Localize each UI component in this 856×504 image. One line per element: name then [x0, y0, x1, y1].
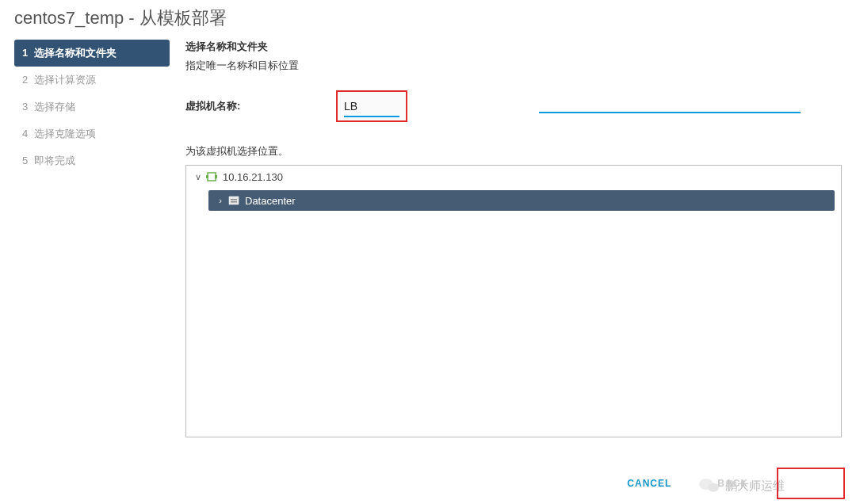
page-title: centos7_temp - 从模板部署: [0, 0, 856, 40]
step-1-name-folder[interactable]: 1 选择名称和文件夹: [14, 40, 170, 67]
step-number: 4: [22, 128, 28, 139]
back-button: BACK: [700, 470, 766, 497]
section-title: 选择名称和文件夹: [185, 40, 842, 54]
step-3-storage[interactable]: 3 选择存储: [14, 94, 170, 120]
datacenter-icon: [227, 194, 240, 207]
step-2-compute-resource[interactable]: 2 选择计算资源: [14, 67, 170, 94]
step-label: 选择计算资源: [34, 74, 96, 86]
svg-rect-2: [215, 175, 217, 178]
step-number: 3: [22, 101, 28, 113]
tree-item-label: Datacenter: [245, 195, 296, 207]
tree-root-host[interactable]: ∨ 10.16.21.130: [186, 166, 841, 188]
svg-rect-4: [231, 199, 237, 200]
input-underline: [539, 112, 801, 113]
cancel-button[interactable]: CANCEL: [610, 470, 689, 497]
step-label: 选择克隆选项: [34, 128, 96, 139]
svg-rect-1: [206, 175, 208, 178]
svg-rect-3: [229, 197, 239, 204]
location-tree[interactable]: ∨ 10.16.21.130 › Datacenter: [185, 165, 842, 437]
chevron-right-icon[interactable]: ›: [215, 196, 226, 205]
wizard-footer: CANCEL BACK NEXT: [610, 468, 845, 499]
next-highlight-box: NEXT: [777, 468, 845, 499]
step-4-clone-options[interactable]: 4 选择克隆选项: [14, 120, 170, 147]
vm-name-highlight-box: [336, 90, 407, 122]
section-subtitle: 指定唯一名称和目标位置: [185, 59, 842, 73]
step-label: 选择名称和文件夹: [34, 47, 117, 59]
vcenter-icon: [205, 170, 218, 183]
tree-item-datacenter[interactable]: › Datacenter: [208, 190, 835, 211]
wizard-sidebar: 1 选择名称和文件夹 2 选择计算资源 3 选择存储 4 选择克隆选项 5 即将…: [14, 40, 170, 437]
step-label: 选择存储: [34, 101, 75, 113]
step-number: 2: [22, 74, 28, 86]
step-number: 5: [22, 155, 28, 166]
chevron-down-icon[interactable]: ∨: [193, 172, 204, 182]
tree-root-label: 10.16.21.130: [223, 171, 283, 183]
step-label: 即将完成: [34, 155, 75, 166]
location-hint: 为该虚拟机选择位置。: [185, 144, 842, 158]
step-5-ready[interactable]: 5 即将完成: [14, 147, 170, 174]
main-panel: 选择名称和文件夹 指定唯一名称和目标位置 虚拟机名称: 为该虚拟机选择位置。 ∨…: [170, 40, 842, 437]
next-button[interactable]: NEXT: [779, 470, 843, 497]
svg-rect-5: [231, 201, 237, 203]
vm-name-label: 虚拟机名称:: [185, 99, 336, 113]
vm-name-input[interactable]: [344, 97, 399, 117]
svg-rect-0: [208, 173, 216, 181]
step-number: 1: [22, 47, 28, 59]
